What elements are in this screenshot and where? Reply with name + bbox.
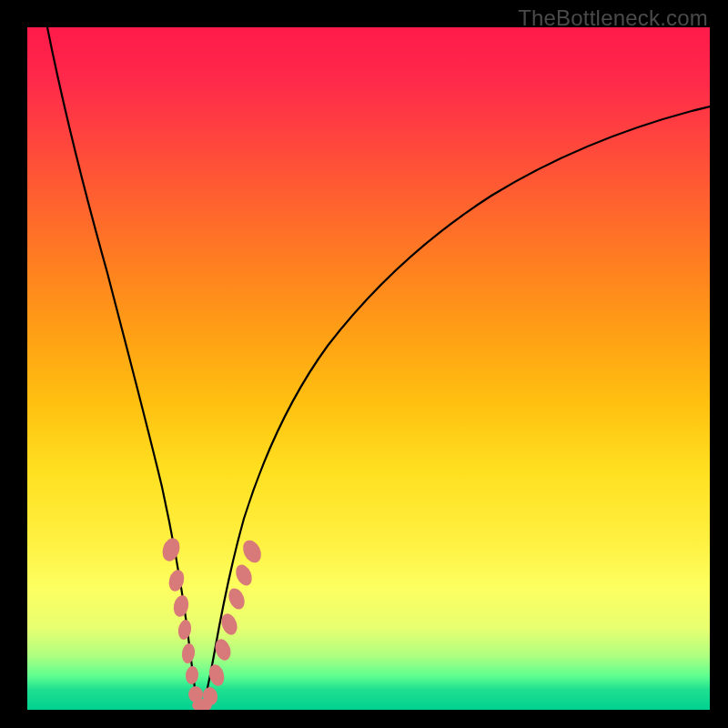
plot-gradient-background [27,27,710,710]
watermark-text: TheBottleneck.com [518,5,708,31]
chart-frame: TheBottleneck.com [0,0,728,728]
